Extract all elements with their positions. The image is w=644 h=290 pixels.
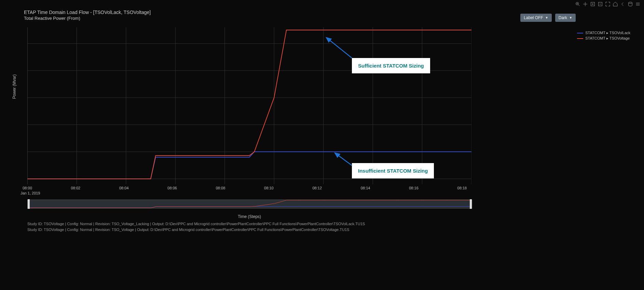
chart-toolbar <box>575 1 641 7</box>
label-toggle-text: Label OFF <box>524 15 543 20</box>
annotation-sufficient: Sufficient STATCOM Sizing <box>352 58 430 73</box>
dropdown-triangle-icon: ▼ <box>545 16 548 19</box>
theme-toggle-button[interactable]: Dark ▼ <box>555 14 576 22</box>
zoom-select-minus-icon[interactable] <box>598 1 603 7</box>
data-icon[interactable] <box>628 1 633 7</box>
settings-icon[interactable] <box>635 1 641 7</box>
home-icon[interactable] <box>613 1 618 7</box>
plot-area[interactable]: 0510152025 <box>27 27 471 184</box>
chart-option-buttons: Label OFF ▼ Dark ▼ <box>520 14 576 22</box>
svg-point-11 <box>629 2 632 3</box>
x-tick-label: 08:14 <box>361 186 370 190</box>
plot-svg: 0510152025 <box>27 27 471 184</box>
time-range-slider[interactable] <box>27 200 472 208</box>
prev-icon[interactable] <box>620 1 626 7</box>
dropdown-triangle-icon: ▼ <box>569 16 572 19</box>
fullscreen-icon[interactable] <box>605 1 611 7</box>
date-label: Jan 1, 2019 <box>20 191 40 195</box>
x-tick-label: 08:06 <box>167 186 177 190</box>
legend-item[interactable]: STATCOMT ▸ TSOVolLack <box>577 31 630 35</box>
annotation-insufficient: Insufficient STATCOM Sizing <box>352 163 434 178</box>
zoom-in-icon[interactable] <box>575 1 580 7</box>
x-tick-label: 08:04 <box>119 186 129 190</box>
x-tick-label: 08:00 <box>23 186 32 190</box>
range-slider-preview <box>28 200 472 208</box>
footer-line: Study ID: TSOVoltage | Config: Normal | … <box>27 227 365 233</box>
legend-label: STATCOMT ▸ TSOVoltage <box>585 36 630 41</box>
chart-title-block: ETAP Time Domain Load Flow - [TSOVolLack… <box>24 10 151 21</box>
legend-item[interactable]: STATCOMT ▸ TSOVoltage <box>577 36 630 41</box>
range-handle-right[interactable] <box>470 199 472 209</box>
legend-label: STATCOMT ▸ TSOVolLack <box>585 31 630 35</box>
x-tick-label: 08:08 <box>216 186 225 190</box>
range-handle-left[interactable] <box>28 199 30 209</box>
theme-toggle-text: Dark <box>559 15 567 20</box>
pan-icon[interactable] <box>583 1 588 7</box>
label-toggle-button[interactable]: Label OFF ▼ <box>520 14 552 22</box>
chart-subtitle: Total Reactive Power (From) <box>24 16 151 21</box>
x-tick-label: 08:18 <box>457 186 467 190</box>
footer-metadata: Study ID: TSOVoltage | Config: Normal | … <box>27 221 365 232</box>
legend: STATCOMT ▸ TSOVolLack STATCOMT ▸ TSOVolt… <box>577 31 630 42</box>
x-axis-ticks: 08:0008:0208:0408:0608:0808:1008:1208:14… <box>27 186 471 190</box>
y-axis-label: Power (Mvar) <box>12 74 17 99</box>
legend-swatch <box>577 38 583 39</box>
footer-line: Study ID: TSOVoltage | Config: Normal | … <box>27 221 365 227</box>
x-tick-label: 08:10 <box>264 186 274 190</box>
x-tick-label: 08:02 <box>71 186 81 190</box>
zoom-select-plus-icon[interactable] <box>590 1 595 7</box>
x-tick-label: 08:12 <box>312 186 322 190</box>
x-tick-label: 08:16 <box>409 186 419 190</box>
x-axis-label: Time (Steps) <box>0 214 499 219</box>
legend-swatch <box>577 33 583 33</box>
chart-title: ETAP Time Domain Load Flow - [TSOVolLack… <box>24 10 151 15</box>
svg-line-1 <box>578 5 579 6</box>
